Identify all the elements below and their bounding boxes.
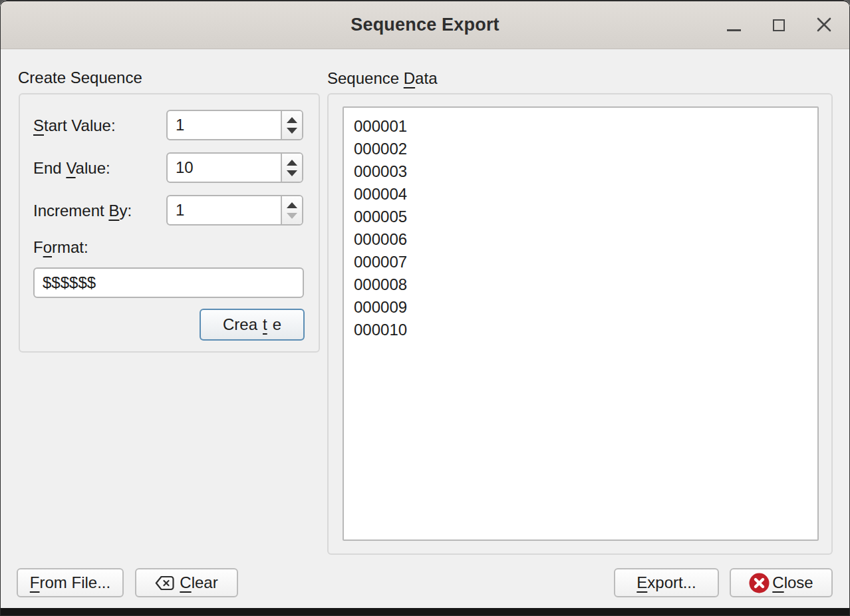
format-label: Format: xyxy=(33,238,88,257)
close-button[interactable]: Close xyxy=(730,568,833,597)
end-value-label: End Value: xyxy=(33,159,110,178)
spin-up-icon[interactable] xyxy=(287,202,297,208)
window-title: Sequence Export xyxy=(0,0,850,49)
window-bottom-edge xyxy=(0,608,850,616)
spin-up-icon[interactable] xyxy=(287,117,297,123)
minimize-icon xyxy=(727,29,741,31)
maximize-button[interactable] xyxy=(770,16,787,33)
start-value-spinbox[interactable]: 1 xyxy=(166,110,303,140)
sequence-data-textarea[interactable]: 000001 000002 000003 000004 000005 00000… xyxy=(343,106,819,541)
increment-by-field[interactable]: 1 xyxy=(168,196,281,224)
spin-down-icon[interactable] xyxy=(287,213,297,219)
end-value-field[interactable]: 10 xyxy=(168,154,281,182)
minimize-button[interactable] xyxy=(725,16,742,33)
close-red-icon xyxy=(749,573,770,593)
start-value-spin-buttons xyxy=(281,111,302,139)
backspace-clear-icon xyxy=(155,575,174,591)
start-value-field[interactable]: 1 xyxy=(168,111,281,139)
increment-by-spin-buttons xyxy=(281,196,302,224)
export-button[interactable]: Export... xyxy=(614,568,719,597)
end-value-spinbox[interactable]: 10 xyxy=(166,152,303,183)
close-button-label: Close xyxy=(772,573,813,592)
end-value-spin-buttons xyxy=(281,154,302,182)
sequence-export-dialog: Sequence Export Create Sequence Start Va… xyxy=(0,0,850,616)
close-icon xyxy=(815,16,833,33)
clear-button-label: Clear xyxy=(180,573,217,592)
spin-down-icon[interactable] xyxy=(287,170,297,176)
from-file-button-label: From File... xyxy=(30,573,110,592)
window-controls xyxy=(725,0,833,49)
spin-down-icon[interactable] xyxy=(287,128,297,134)
increment-by-label: Increment By: xyxy=(33,202,132,220)
sequence-data-group-label: Sequence Data xyxy=(327,69,437,88)
format-input[interactable]: $$$$$$ xyxy=(33,267,304,298)
from-file-button[interactable]: From File... xyxy=(17,568,124,597)
clear-button[interactable]: Clear xyxy=(135,568,238,597)
close-window-button[interactable] xyxy=(815,16,833,33)
spin-up-icon[interactable] xyxy=(287,160,297,166)
create-sequence-group-label: Create Sequence xyxy=(18,69,142,87)
export-button-label: Export... xyxy=(637,573,696,592)
titlebar[interactable]: Sequence Export xyxy=(0,0,850,49)
increment-by-spinbox[interactable]: 1 xyxy=(166,195,303,226)
create-button[interactable]: Create xyxy=(200,309,305,341)
maximize-icon xyxy=(773,19,785,31)
start-value-label: Start Value: xyxy=(33,116,116,135)
